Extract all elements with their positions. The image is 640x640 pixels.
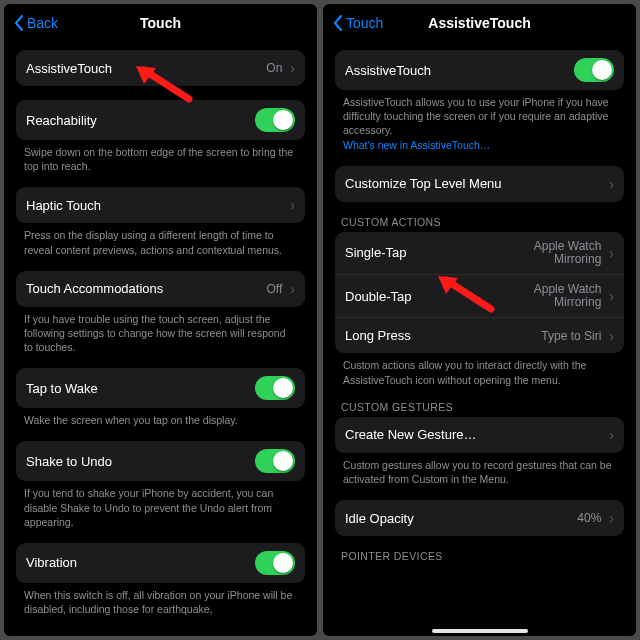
row-label: Create New Gesture… xyxy=(345,427,601,442)
row-label: Vibration xyxy=(26,555,247,570)
chevron-right-icon: › xyxy=(290,60,295,76)
group-idle-opacity: Idle Opacity 40% › xyxy=(335,500,624,536)
row-label: AssistiveTouch xyxy=(345,63,566,78)
row-touch-accommodations[interactable]: Touch Accommodations Off › xyxy=(16,271,305,307)
row-customize-top-level-menu[interactable]: Customize Top Level Menu › xyxy=(335,166,624,202)
assistivetouch-settings-screen: Touch AssistiveTouch AssistiveTouch Assi… xyxy=(323,4,636,636)
toggle-shake-to-undo[interactable] xyxy=(255,449,295,473)
row-value: Apple Watch Mirroring xyxy=(534,283,602,309)
footer-custom-gestures: Custom gestures allow you to record gest… xyxy=(335,453,624,486)
group-reachability: Reachability Swipe down on the bottom ed… xyxy=(16,100,305,173)
group-shake: Shake to Undo If you tend to shake your … xyxy=(16,441,305,529)
row-label: AssistiveTouch xyxy=(26,61,258,76)
chevron-left-icon xyxy=(333,15,344,31)
group-tap-to-wake: Tap to Wake Wake the screen when you tap… xyxy=(16,368,305,427)
group-vibration: Vibration When this switch is off, all v… xyxy=(16,543,305,616)
row-value: Off xyxy=(267,282,283,296)
row-label: Touch Accommodations xyxy=(26,281,259,296)
footer-text: AssistiveTouch allows you to use your iP… xyxy=(343,96,609,136)
chevron-right-icon: › xyxy=(609,510,614,526)
chevron-right-icon: › xyxy=(290,281,295,297)
row-label: Haptic Touch xyxy=(26,198,282,213)
chevron-right-icon: › xyxy=(609,176,614,192)
group-header: POINTER DEVICES xyxy=(335,550,624,566)
footer-tap-to-wake: Wake the screen when you tap on the disp… xyxy=(16,408,305,427)
row-value: On xyxy=(266,61,282,75)
row-haptic-touch[interactable]: Haptic Touch › xyxy=(16,187,305,223)
row-label: Single-Tap xyxy=(345,245,526,260)
row-reachability[interactable]: Reachability xyxy=(16,100,305,140)
row-idle-opacity[interactable]: Idle Opacity 40% › xyxy=(335,500,624,536)
chevron-left-icon xyxy=(14,15,25,31)
back-label: Touch xyxy=(346,15,383,31)
back-label: Back xyxy=(27,15,58,31)
group-custom-actions: CUSTOM ACTIONS Single-Tap Apple Watch Mi… xyxy=(335,216,624,387)
row-single-tap[interactable]: Single-Tap Apple Watch Mirroring › xyxy=(335,232,624,274)
row-label: Shake to Undo xyxy=(26,454,247,469)
chevron-right-icon: › xyxy=(609,427,614,443)
group-custom-gestures: CUSTOM GESTURES Create New Gesture… › Cu… xyxy=(335,401,624,486)
chevron-right-icon: › xyxy=(609,288,614,304)
row-assistivetouch[interactable]: AssistiveTouch On › xyxy=(16,50,305,86)
back-button[interactable]: Back xyxy=(14,15,58,31)
row-value: Apple Watch Mirroring xyxy=(534,240,602,266)
footer-shake: If you tend to shake your iPhone by acci… xyxy=(16,481,305,529)
row-value: Type to Siri xyxy=(541,329,601,343)
group-pointer-devices: POINTER DEVICES xyxy=(335,550,624,566)
footer-assistivetouch: AssistiveTouch allows you to use your iP… xyxy=(335,90,624,152)
chevron-right-icon: › xyxy=(609,328,614,344)
toggle-assistivetouch[interactable] xyxy=(574,58,614,82)
row-create-new-gesture[interactable]: Create New Gesture… › xyxy=(335,417,624,453)
group-haptic: Haptic Touch › Press on the display usin… xyxy=(16,187,305,256)
row-shake-to-undo[interactable]: Shake to Undo xyxy=(16,441,305,481)
row-label: Reachability xyxy=(26,113,247,128)
navbar: Back Touch xyxy=(4,4,317,42)
row-double-tap[interactable]: Double-Tap Apple Watch Mirroring › xyxy=(335,274,624,317)
chevron-right-icon: › xyxy=(609,245,614,261)
content[interactable]: AssistiveTouch On › Reachability Swipe d… xyxy=(4,42,317,636)
row-label: Idle Opacity xyxy=(345,511,569,526)
footer-haptic: Press on the display using a different l… xyxy=(16,223,305,256)
content[interactable]: AssistiveTouch AssistiveTouch allows you… xyxy=(323,42,636,636)
row-tap-to-wake[interactable]: Tap to Wake xyxy=(16,368,305,408)
group-header: CUSTOM GESTURES xyxy=(335,401,624,417)
row-assistivetouch-toggle[interactable]: AssistiveTouch xyxy=(335,50,624,90)
toggle-reachability[interactable] xyxy=(255,108,295,132)
touch-settings-screen: Back Touch AssistiveTouch On › Reachabil… xyxy=(4,4,317,636)
row-label: Long Press xyxy=(345,328,533,343)
row-label: Double-Tap xyxy=(345,289,526,304)
group-assistivetouch: AssistiveTouch On › xyxy=(16,50,305,86)
back-button[interactable]: Touch xyxy=(333,15,383,31)
group-header: CUSTOM ACTIONS xyxy=(335,216,624,232)
group-customize-menu: Customize Top Level Menu › xyxy=(335,166,624,202)
home-indicator[interactable] xyxy=(432,629,528,633)
group-accommodations: Touch Accommodations Off › If you have t… xyxy=(16,271,305,355)
whats-new-link[interactable]: What's new in AssistiveTouch… xyxy=(343,139,490,151)
footer-custom-actions: Custom actions allow you to interact dir… xyxy=(335,353,624,386)
row-value: 40% xyxy=(577,511,601,525)
row-vibration[interactable]: Vibration xyxy=(16,543,305,583)
row-label: Customize Top Level Menu xyxy=(345,176,601,191)
chevron-right-icon: › xyxy=(290,197,295,213)
toggle-tap-to-wake[interactable] xyxy=(255,376,295,400)
toggle-vibration[interactable] xyxy=(255,551,295,575)
row-long-press[interactable]: Long Press Type to Siri › xyxy=(335,317,624,353)
navbar: Touch AssistiveTouch xyxy=(323,4,636,42)
row-label: Tap to Wake xyxy=(26,381,247,396)
footer-vibration: When this switch is off, all vibration o… xyxy=(16,583,305,616)
footer-accommodations: If you have trouble using the touch scre… xyxy=(16,307,305,355)
footer-reachability: Swipe down on the bottom edge of the scr… xyxy=(16,140,305,173)
group-assistivetouch-toggle: AssistiveTouch AssistiveTouch allows you… xyxy=(335,50,624,152)
